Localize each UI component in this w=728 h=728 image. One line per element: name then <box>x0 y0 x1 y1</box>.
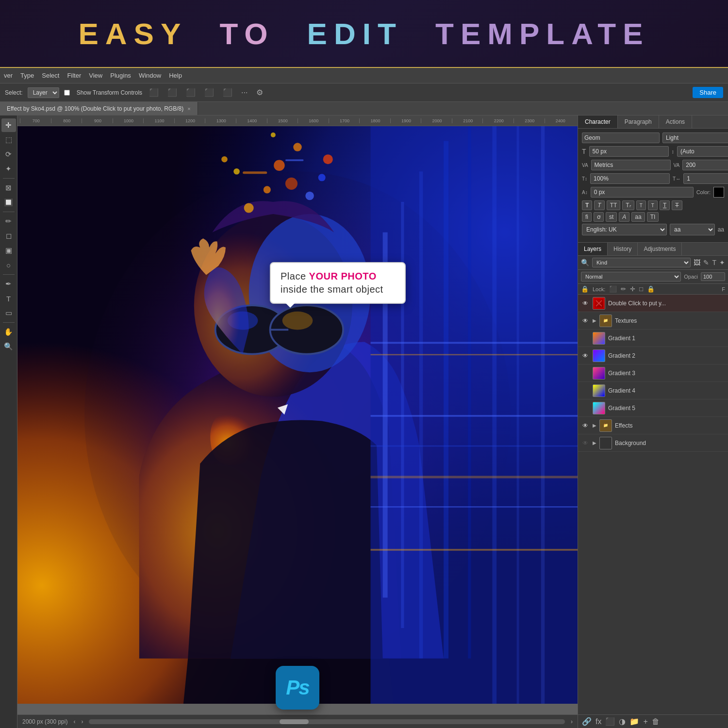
titling-btn[interactable]: aa <box>631 212 645 222</box>
aa-select[interactable]: aa <box>670 224 715 235</box>
tracking-input[interactable] <box>682 160 728 170</box>
tab-close-icon[interactable]: × <box>187 106 190 112</box>
folder-icon[interactable]: 📁 <box>629 717 639 726</box>
eye-gradient1[interactable]: 👁 <box>581 335 590 342</box>
tab-adjustments[interactable]: Adjustments <box>638 243 682 255</box>
menu-type[interactable]: Type <box>20 72 34 79</box>
layer-gradient1[interactable]: 👁 Gradient 1 <box>578 330 728 347</box>
canvas-content[interactable]: Place YOUR PHOTO inside the smart object… <box>17 126 578 728</box>
nav-left-arrow[interactable]: ‹ <box>73 718 75 725</box>
sub-btn[interactable]: T <box>648 200 658 210</box>
transform-checkbox[interactable] <box>64 90 70 96</box>
layer-background[interactable]: 👁 ▶ Background <box>578 434 728 452</box>
font-style-input[interactable] <box>662 132 728 143</box>
adjustment-icon[interactable]: ◑ <box>619 717 626 726</box>
color-swatch[interactable] <box>713 187 724 198</box>
menu-window[interactable]: Window <box>139 72 161 79</box>
eye-background[interactable]: 👁 <box>581 440 590 447</box>
fx-icon[interactable]: fx <box>596 717 601 726</box>
scroll-right-btn[interactable]: › <box>571 718 573 725</box>
expand-background[interactable]: ▶ <box>593 440 596 446</box>
align-center-icon[interactable]: ⬛ <box>165 87 179 98</box>
frac-btn[interactable]: ơ <box>594 212 604 222</box>
brush-tool[interactable]: ✏ <box>1 215 16 228</box>
filter-vector-icon[interactable]: ✦ <box>719 259 725 266</box>
eye-textures[interactable]: 👁 <box>581 317 590 324</box>
lock-transparent-icon[interactable]: ⬛ <box>609 285 617 293</box>
blend-mode-select[interactable]: Normal <box>581 272 681 281</box>
eraser-tool[interactable]: ◻ <box>1 229 16 243</box>
nav-right-arrow[interactable]: › <box>81 718 83 725</box>
leading-input[interactable] <box>677 146 728 157</box>
wand-tool[interactable]: ✦ <box>1 162 16 176</box>
layer-gradient4[interactable]: 👁 Gradient 4 <box>578 382 728 399</box>
marquee-tool[interactable]: ⬚ <box>1 133 16 147</box>
crop-tool[interactable]: ⊠ <box>1 181 16 195</box>
menu-ver[interactable]: ver <box>4 72 13 79</box>
move-tool[interactable]: ✛ <box>1 118 16 132</box>
language-select[interactable]: English: UK <box>582 224 667 235</box>
bold-btn[interactable]: T <box>582 200 592 210</box>
share-button[interactable]: Share <box>693 87 723 98</box>
settings-icon[interactable]: ⚙ <box>254 87 265 98</box>
font-family-input[interactable] <box>582 132 660 143</box>
lock-position-icon[interactable]: ✛ <box>630 285 635 293</box>
delete-layer-icon[interactable]: 🗑 <box>652 717 660 726</box>
layer-double-click[interactable]: 👁 Double Click to put y... <box>578 295 728 312</box>
lock-all-icon[interactable]: 🔒 <box>647 285 655 293</box>
tab-paragraph[interactable]: Paragraph <box>618 116 659 128</box>
glyphs-btn[interactable]: TI <box>647 212 659 222</box>
menu-select[interactable]: Select <box>42 72 59 79</box>
align-left-icon[interactable]: ⬛ <box>147 87 161 98</box>
under-btn[interactable]: T <box>660 200 670 210</box>
kerning-input[interactable] <box>591 160 671 170</box>
link-icon[interactable]: 🔗 <box>582 717 592 726</box>
more-icon[interactable]: ··· <box>239 87 249 98</box>
tab-actions[interactable]: Actions <box>659 116 692 128</box>
scale-h-input[interactable] <box>683 173 728 184</box>
layer-textures[interactable]: 👁 ▶ 📁 Textures <box>578 312 728 330</box>
baseline-input[interactable] <box>591 187 694 198</box>
zoom-tool[interactable]: 🔍 <box>1 340 16 353</box>
menu-plugins[interactable]: Plugins <box>110 72 131 79</box>
eye-effects[interactable]: 👁 <box>581 422 590 429</box>
eye-gradient3[interactable]: 👁 <box>581 370 590 377</box>
italic-btn[interactable]: T <box>594 200 604 210</box>
eye-double-click[interactable]: 👁 <box>581 300 590 307</box>
font-size-input[interactable] <box>589 146 669 157</box>
eye-gradient4[interactable]: 👁 <box>581 387 590 394</box>
eye-gradient5[interactable]: 👁 <box>581 405 590 412</box>
align-justify-icon[interactable]: ⬛ <box>202 87 216 98</box>
layer-select[interactable]: Layer <box>28 87 59 98</box>
tab-character[interactable]: Character <box>578 116 618 128</box>
lasso-tool[interactable]: ⟳ <box>1 148 16 161</box>
caps-btn[interactable]: TT <box>607 200 621 210</box>
expand-textures[interactable]: ▶ <box>593 318 596 323</box>
smallcaps-btn[interactable]: Tᵣ <box>622 200 634 210</box>
dodge-tool[interactable]: ○ <box>1 258 16 272</box>
type-tool[interactable]: T <box>1 292 16 305</box>
new-layer-icon[interactable]: + <box>643 717 647 726</box>
lock-artboard-icon[interactable]: □ <box>639 285 643 293</box>
distribute-icon[interactable]: ⬛ <box>221 87 234 98</box>
pen-tool[interactable]: ✒ <box>1 277 16 291</box>
menu-filter[interactable]: Filter <box>67 72 81 79</box>
filter-adjust-icon[interactable]: ✎ <box>703 259 709 266</box>
liga-btn[interactable]: fi <box>582 212 592 222</box>
layer-gradient5[interactable]: 👁 Gradient 5 <box>578 399 728 417</box>
layer-gradient3[interactable]: 👁 Gradient 3 <box>578 364 728 382</box>
document-tab[interactable]: Effect by Sko4.psd @ 100% (Double Click … <box>0 102 198 115</box>
horizontal-scrollbar[interactable] <box>89 719 565 724</box>
layer-effects[interactable]: 👁 ▶ 📁 Effects <box>578 417 728 434</box>
eyedropper-tool[interactable]: 🔲 <box>1 196 16 209</box>
tab-layers[interactable]: Layers <box>578 243 608 255</box>
swash-btn[interactable]: A <box>619 212 629 222</box>
hand-tool[interactable]: ✋ <box>1 325 16 339</box>
filter-effect-icon[interactable]: T <box>712 259 716 266</box>
opacity-input[interactable] <box>701 272 725 281</box>
scroll-thumb[interactable] <box>280 719 309 724</box>
menu-help[interactable]: Help <box>169 72 182 79</box>
filter-kind-select[interactable]: Kind <box>592 258 691 267</box>
tab-history[interactable]: History <box>608 243 638 255</box>
eye-gradient2[interactable]: 👁 <box>581 352 590 359</box>
